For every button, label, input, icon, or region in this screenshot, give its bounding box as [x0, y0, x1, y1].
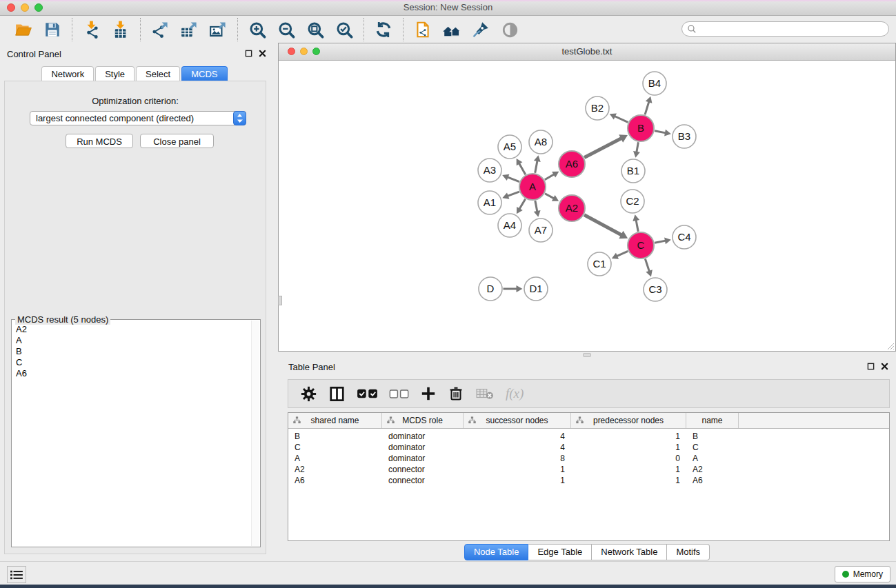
table-cell[interactable]: 4 [464, 443, 571, 452]
horizontal-splitter[interactable] [278, 352, 896, 358]
table-cell[interactable]: B [288, 432, 382, 441]
deselect-all-icon[interactable] [389, 388, 409, 400]
mcds-result-item[interactable]: A [16, 335, 250, 346]
export-network-icon[interactable] [150, 19, 170, 40]
edge-C-C4[interactable] [655, 241, 666, 243]
function-builder-button[interactable]: f(x) [506, 386, 524, 401]
delete-column-icon[interactable] [448, 385, 464, 402]
eye-icon[interactable] [499, 19, 520, 40]
table-cell[interactable]: A6 [288, 476, 382, 485]
edge-A-A1[interactable] [508, 192, 519, 196]
table-cell[interactable]: A6 [686, 476, 739, 485]
edge-A-A5[interactable] [519, 163, 526, 174]
mcds-result-item[interactable]: B [16, 346, 250, 357]
edge-A6-B[interactable] [584, 139, 621, 158]
table-cell[interactable]: dominator [382, 454, 464, 463]
table-row[interactable]: Cdominator41C [288, 442, 889, 453]
table-cell[interactable]: C [288, 443, 382, 452]
table-cell[interactable]: C [686, 443, 739, 452]
search-box[interactable] [681, 21, 889, 37]
tab-motifs[interactable]: Motifs [667, 544, 710, 560]
edge-B-B3[interactable] [655, 131, 666, 133]
tab-style[interactable]: Style [95, 66, 135, 81]
column-header-predecessor-nodes[interactable]: predecessor nodes [571, 413, 686, 428]
column-header-name[interactable]: name [686, 413, 739, 428]
select-stepper-icon[interactable] [233, 111, 246, 125]
edge-B-B4[interactable] [645, 101, 649, 114]
task-history-button[interactable] [7, 566, 26, 583]
table-row[interactable]: Bdominator41B [288, 431, 889, 442]
float-table-panel-icon[interactable] [867, 363, 875, 370]
table-cell[interactable]: 1 [464, 465, 571, 474]
table-cell[interactable]: A [288, 454, 382, 463]
home-icon[interactable] [441, 19, 462, 40]
edge-C-C2[interactable] [636, 220, 638, 232]
mcds-result-item[interactable]: A2 [16, 324, 250, 335]
table-cell[interactable]: connector [382, 465, 464, 474]
table-cell[interactable]: A2 [686, 465, 739, 474]
column-header-successor-nodes[interactable]: successor nodes [464, 413, 571, 428]
table-row[interactable]: Adominator80A [288, 453, 889, 464]
resize-grip-icon[interactable] [885, 341, 895, 350]
network-minimize-button[interactable] [300, 48, 308, 55]
table-cell[interactable]: connector [382, 476, 464, 485]
table-cell[interactable]: A [686, 454, 739, 463]
add-column-icon[interactable] [420, 385, 437, 402]
table-cell[interactable]: 1 [464, 476, 571, 485]
edge-A2-C[interactable] [584, 215, 621, 235]
tab-network[interactable]: Network [41, 66, 94, 81]
edge-A-A2[interactable] [545, 194, 554, 199]
edge-A-A4[interactable] [519, 199, 526, 210]
table-cell[interactable]: B [686, 432, 739, 441]
edge-C-C1[interactable] [617, 251, 628, 256]
select-all-icon[interactable] [357, 387, 378, 400]
delete-table-icon[interactable] [475, 386, 495, 401]
table-cell[interactable]: 1 [571, 465, 686, 474]
mcds-result-item[interactable]: A6 [16, 368, 250, 379]
edge-A-A7[interactable] [535, 201, 537, 212]
tab-select[interactable]: Select [136, 66, 180, 81]
tab-node-table[interactable]: Node Table [464, 544, 529, 560]
open-session-icon[interactable] [13, 19, 34, 40]
edge-B-B2[interactable] [615, 116, 628, 122]
tab-network-table[interactable]: Network Table [592, 544, 667, 560]
network-close-button[interactable] [288, 48, 295, 55]
splitter-handle-left[interactable] [278, 296, 282, 305]
tab-mcds[interactable]: MCDS [181, 66, 227, 81]
edge-A-A6[interactable] [545, 174, 555, 180]
maximize-window-button[interactable] [34, 3, 43, 12]
network-canvas[interactable]: AA1A2A3A4A5A6A7A8BB1B2B3B4CC1C2C3C4DD1 [279, 60, 895, 351]
network-maximize-button[interactable] [312, 48, 320, 55]
table-cell[interactable]: 1 [571, 432, 686, 441]
minimize-window-button[interactable] [21, 3, 29, 12]
annotation-icon[interactable] [470, 19, 491, 40]
tab-edge-table[interactable]: Edge Table [528, 544, 592, 560]
table-cell[interactable]: 4 [464, 432, 571, 441]
edge-A-A3[interactable] [508, 177, 519, 182]
search-input[interactable] [697, 23, 888, 35]
mcds-list-scrollbar[interactable] [251, 321, 259, 546]
zoom-fit-icon[interactable] [305, 19, 326, 40]
mcds-result-item[interactable]: C [16, 357, 250, 368]
column-header-shared-name[interactable]: shared name [288, 413, 382, 428]
table-cell[interactable]: dominator [382, 432, 464, 441]
close-table-panel-icon[interactable] [881, 363, 888, 370]
table-cell[interactable]: dominator [382, 443, 464, 452]
close-panel-button[interactable]: Close panel [140, 134, 214, 148]
run-mcds-button[interactable]: Run MCDS [66, 134, 133, 148]
columns-icon[interactable] [328, 385, 346, 403]
edge-C-C3[interactable] [645, 258, 649, 271]
close-panel-icon[interactable] [259, 50, 266, 57]
refresh-icon[interactable] [373, 19, 394, 40]
float-panel-icon[interactable] [245, 50, 252, 57]
memory-button[interactable]: Memory [835, 566, 890, 582]
new-network-icon[interactable] [412, 19, 433, 40]
zoom-in-icon[interactable] [247, 19, 268, 40]
edge-A-A8[interactable] [535, 161, 537, 173]
column-header-MCDS-role[interactable]: MCDS role [382, 413, 464, 428]
table-cell[interactable]: 1 [571, 443, 686, 452]
table-cell[interactable]: 0 [571, 454, 686, 463]
close-window-button[interactable] [7, 3, 15, 12]
zoom-out-icon[interactable] [276, 19, 297, 40]
import-network-icon[interactable] [81, 19, 102, 40]
